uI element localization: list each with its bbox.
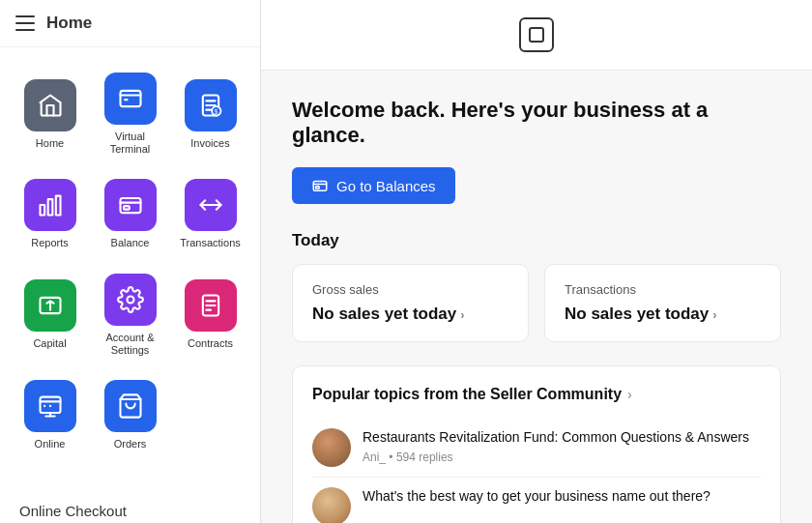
main-content-area: Welcome back. Here's your business at a … — [261, 0, 812, 523]
community-title: Popular topics from the Seller Community… — [312, 386, 761, 403]
nav-label-account-settings: Account & Settings — [98, 332, 162, 357]
community-item-meta-0: Ani_ • 594 replies — [362, 450, 749, 464]
balances-button-icon — [311, 177, 329, 194]
nav-label-orders: Orders — [114, 438, 147, 450]
svg-rect-10 — [47, 200, 52, 216]
transactions-chevron: › — [712, 307, 716, 322]
welcome-title: Welcome back. Here's your business at a … — [292, 98, 781, 148]
nav-item-invoices[interactable]: $ Invoices — [172, 63, 248, 165]
nav-item-contracts[interactable]: Contracts — [172, 264, 248, 366]
nav-item-reports[interactable]: Reports — [12, 169, 88, 259]
transactions-card: Transactions No sales yet today › — [544, 264, 781, 342]
transactions-icon — [185, 179, 237, 231]
nav-label-virtual-terminal: Virtual Terminal — [98, 131, 162, 156]
gross-sales-chevron: › — [460, 307, 464, 322]
nav-item-online[interactable]: Online — [12, 370, 88, 460]
svg-rect-11 — [55, 196, 60, 216]
transactions-card-value: No sales yet today › — [565, 305, 761, 324]
nav-label-balance: Balance — [111, 237, 150, 249]
nav-label-transactions: Transactions — [180, 237, 241, 249]
community-section: Popular topics from the Seller Community… — [292, 365, 781, 523]
balance-icon — [104, 179, 157, 231]
menu-icon[interactable] — [15, 15, 35, 31]
transactions-card-label: Transactions — [565, 282, 761, 297]
svg-rect-9 — [40, 205, 44, 216]
svg-rect-23 — [40, 397, 60, 413]
nav-item-orders[interactable]: Orders — [92, 370, 168, 460]
svg-rect-0 — [120, 91, 140, 106]
gross-sales-card: Gross sales No sales yet today › — [292, 264, 529, 342]
community-item-text-0: Restaurants Revitalization Fund: Common … — [362, 428, 749, 464]
square-logo — [519, 17, 554, 52]
nav-item-account-settings[interactable]: Account & Settings — [92, 264, 168, 366]
online-icon — [24, 380, 76, 432]
nav-label-home: Home — [36, 137, 64, 150]
community-item-title-0: Restaurants Revitalization Fund: Common … — [362, 428, 749, 448]
sidebar-title: Home — [46, 14, 92, 33]
community-avatar-1 — [312, 487, 351, 523]
sidebar-link-online-checkout[interactable]: Online Checkout — [15, 495, 245, 523]
nav-label-reports: Reports — [31, 237, 69, 249]
svg-point-18 — [127, 296, 133, 303]
nav-item-home[interactable]: Home — [12, 63, 88, 165]
nav-label-invoices: Invoices — [190, 137, 229, 150]
community-avatar-0 — [312, 428, 351, 467]
nav-grid: Home Virtual Terminal $ Invoices Reports — [0, 47, 260, 476]
sidebar-text-links: Online Checkout Team Appointments — [0, 483, 260, 523]
community-title-chevron: › — [627, 387, 632, 402]
community-item-0[interactable]: Restaurants Revitalization Fund: Common … — [312, 419, 761, 478]
nav-label-contracts: Contracts — [188, 337, 233, 350]
gross-sales-label: Gross sales — [312, 282, 508, 297]
gross-sales-value: No sales yet today › — [312, 305, 508, 324]
sidebar-header: Home — [0, 0, 260, 47]
go-to-balances-button[interactable]: Go to Balances — [292, 167, 455, 204]
community-item-text-1: What's the best way to get your business… — [362, 487, 710, 509]
main-header — [261, 0, 812, 71]
square-logo-inner — [529, 27, 544, 43]
capital-icon — [24, 279, 76, 332]
nav-label-capital: Capital — [33, 337, 66, 350]
svg-text:$: $ — [214, 108, 218, 115]
today-cards: Gross sales No sales yet today › Transac… — [292, 264, 781, 342]
nav-item-balance[interactable]: Balance — [92, 169, 168, 259]
sidebar: Home Home Virtual Terminal $ Invoices — [0, 0, 261, 523]
today-label: Today — [292, 231, 781, 250]
reports-icon — [24, 179, 76, 231]
nav-label-online: Online — [35, 438, 66, 450]
contracts-icon — [185, 279, 237, 332]
nav-item-transactions[interactable]: Transactions — [172, 169, 248, 259]
today-section: Today Gross sales No sales yet today › T… — [292, 231, 781, 342]
community-item-title-1: What's the best way to get your business… — [362, 487, 710, 507]
invoices-icon: $ — [185, 79, 237, 131]
svg-rect-14 — [124, 207, 130, 211]
settings-icon — [104, 274, 157, 326]
svg-rect-32 — [316, 187, 320, 189]
nav-item-virtual-terminal[interactable]: Virtual Terminal — [92, 63, 168, 165]
nav-item-capital[interactable]: Capital — [12, 264, 88, 366]
home-icon — [24, 79, 76, 131]
virtual-terminal-icon — [104, 73, 157, 125]
orders-icon — [104, 380, 157, 432]
community-item-1[interactable]: What's the best way to get your business… — [312, 478, 761, 523]
main-body: Welcome back. Here's your business at a … — [261, 71, 812, 523]
